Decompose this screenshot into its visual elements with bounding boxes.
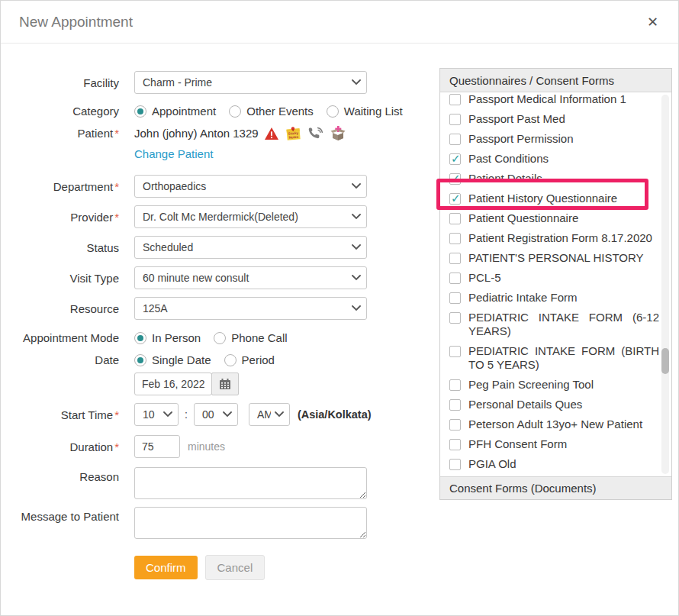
questionnaire-item[interactable]: Peterson Adult 13yo+ New Patient [449,418,659,431]
checkbox-icon[interactable] [449,273,461,284]
visit-type-label: Visit Type [1,272,134,285]
phone-icon[interactable] [307,126,324,140]
patient-row: Patient* John (johny) Anton 1329 StickyN… [1,125,432,141]
meridiem-select[interactable]: AM [249,403,290,426]
change-patient-link[interactable]: Change Patient [134,147,213,160]
department-row: Department* Orthopaedics [1,175,432,198]
resource-row: Resource 125A [1,297,432,320]
visit-type-select-wrap: 60 minute new consult [134,266,367,289]
date-input-row [1,373,432,395]
status-select[interactable]: Scheduled [134,236,367,259]
warning-icon[interactable] [264,127,279,140]
department-select[interactable]: Orthopaedics [134,175,367,198]
questionnaire-item[interactable]: PEDIATRIC INTAKE FORM (BIRTH TO 5 YEARS) [449,344,659,372]
minute-select[interactable]: 00 [194,403,238,426]
radio-option[interactable]: Phone Call [214,331,287,344]
radio-option[interactable]: Single Date [134,353,211,366]
checkbox-icon[interactable] [449,153,461,165]
scrollbar-thumb[interactable] [661,348,669,374]
questionnaire-item[interactable]: Patient Questionnaire [449,211,659,225]
resource-label: Resource [1,302,134,315]
appointment-mode-label: Appointment Mode [1,331,134,344]
questionnaire-item[interactable]: Passport Medical Information 1 [449,92,659,106]
checkbox-icon[interactable] [449,114,461,125]
cancel-button[interactable]: Cancel [205,555,265,580]
radio-icon [229,105,241,118]
radio-icon [214,332,226,344]
package-icon[interactable] [330,125,346,141]
appointment-form: Facility Charm - Prime Category Appointm… [1,44,432,580]
checkbox-icon[interactable] [449,233,461,244]
dialog-title: New Appointment [19,14,133,31]
checkbox-icon[interactable] [449,439,461,450]
confirm-button[interactable]: Confirm [134,556,198,579]
change-patient-row: Change Patient [1,147,432,160]
facility-select[interactable]: Charm - Prime [134,71,367,94]
questionnaire-item[interactable]: Peg Pain Screening Tool [449,378,659,392]
visit-type-select[interactable]: 60 minute new consult [134,266,367,289]
scrollbar[interactable] [661,95,669,474]
radio-option[interactable]: In Person [134,331,201,344]
questionnaire-item[interactable]: PCL-5 [449,271,659,285]
status-label: Status [1,241,134,254]
radio-icon [134,332,146,344]
checkbox-icon[interactable] [449,459,461,470]
duration-input[interactable] [134,435,180,458]
department-label: Department* [1,180,134,193]
checkbox-icon[interactable] [449,399,461,411]
questionnaire-item[interactable]: PGIA Old [449,457,659,471]
checkbox-icon[interactable] [449,379,461,391]
questionnaire-item[interactable]: PFH Consent Form [449,437,659,451]
meridiem-select-wrap: AM [249,403,290,426]
checkbox-icon[interactable] [449,213,461,224]
provider-select[interactable]: Dr. Colt Mc Merdermick(Deleted) [134,205,367,228]
resource-select[interactable]: 125A [134,297,367,320]
date-mode-radio-group: Single Date Period [134,353,288,366]
actions-row: Confirm Cancel [1,555,432,580]
radio-option[interactable]: Waiting List [327,105,403,118]
category-radio-group: Appointment Other Events Waiting List [134,105,416,118]
hour-select[interactable]: 10 [134,403,179,426]
questionnaire-item[interactable]: Past Conditions [449,152,659,166]
checkbox-icon[interactable] [449,292,461,304]
questionnaire-item[interactable]: Passport Past Med [449,112,659,126]
consent-forms-section-header[interactable]: Consent Forms (Documents) [440,476,671,499]
radio-icon [327,105,339,118]
provider-label: Provider* [1,211,134,224]
questionnaire-item[interactable]: Passport Permission [449,132,659,146]
checkbox-icon[interactable] [449,193,461,205]
questionnaire-item[interactable]: PEDIATRIC INTAKE FORM (6-12 YEARS) [449,311,659,338]
reason-textarea[interactable] [134,467,367,499]
timezone-label: (Asia/Kolkata) [298,408,372,421]
category-row: Category Appointment Other Events Waitin… [1,105,432,118]
questionnaire-item[interactable]: Personal Details Ques [449,398,659,411]
checkbox-icon[interactable] [449,346,461,357]
checkbox-icon[interactable] [449,419,461,431]
calendar-icon[interactable] [211,373,239,395]
questionnaire-item[interactable]: Patient Details [449,172,659,185]
new-appointment-dialog: New Appointment ✕ Facility Charm - Prime… [0,0,679,616]
radio-option[interactable]: Other Events [229,105,314,118]
questionnaires-panel: Questionnaires / Consent Forms Passport … [439,68,672,500]
checkbox-icon[interactable] [449,173,461,185]
checkbox-icon[interactable] [449,134,461,145]
checkbox-icon[interactable] [449,312,461,324]
radio-icon [134,354,146,366]
questionnaire-item[interactable]: Patient History Questionnaire [449,192,659,205]
checkbox-icon[interactable] [449,253,461,264]
checkbox-icon[interactable] [449,94,461,105]
radio-option[interactable]: Period [224,353,275,366]
questionnaire-item[interactable]: PATIENT'S PERSONAL HISTORY [449,251,659,265]
date-input[interactable] [134,373,212,395]
dialog-header: New Appointment ✕ [1,1,678,44]
questionnaire-item[interactable]: Patient Registration Form 8.17.2020 [449,231,659,245]
sticky-notes-icon[interactable]: StickyNotes [285,125,302,141]
questionnaire-item[interactable]: Pediatric Intake Form [449,291,659,305]
minute-select-wrap: 00 [194,403,238,426]
date-mode-row: Date Single Date Period [1,353,432,366]
status-select-wrap: Scheduled [134,236,367,259]
radio-option[interactable]: Appointment [134,105,216,118]
department-select-wrap: Orthopaedics [134,175,367,198]
close-icon[interactable]: ✕ [647,15,658,29]
message-to-patient-textarea[interactable] [134,507,367,539]
